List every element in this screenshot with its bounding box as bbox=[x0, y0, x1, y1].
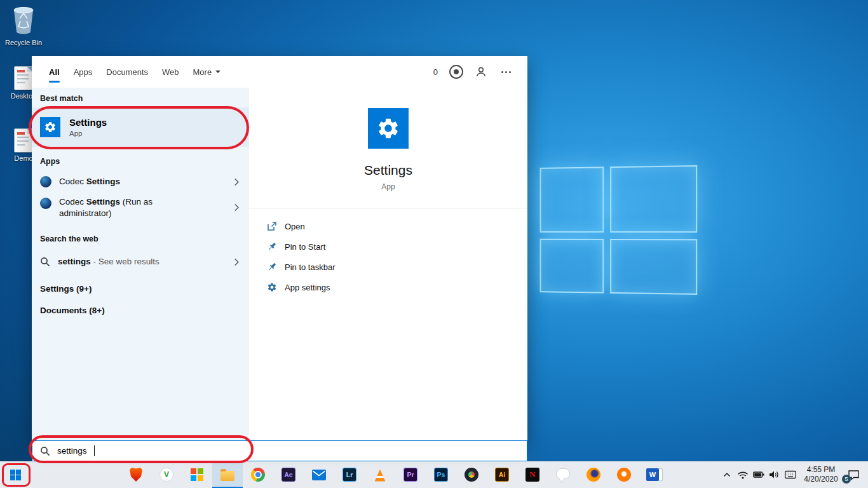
action-center-button[interactable]: 5 bbox=[844, 461, 863, 488]
tray-chevron-up-icon[interactable] bbox=[719, 461, 735, 488]
tab-more[interactable]: More bbox=[193, 56, 221, 88]
category-label: Documents (8+) bbox=[40, 306, 105, 315]
firefox-icon bbox=[587, 468, 600, 482]
result-codec-settings-admin[interactable]: Codec Settings (Run as administrator) bbox=[32, 193, 249, 222]
lightroom-icon: Lr bbox=[342, 468, 356, 482]
document-icon bbox=[14, 128, 33, 152]
search-preview-pane: Settings App Open bbox=[249, 88, 527, 440]
best-match-result-settings[interactable]: Settings App bbox=[32, 107, 249, 147]
v-app-icon: V bbox=[159, 468, 173, 482]
rewards-icon[interactable] bbox=[449, 65, 463, 79]
tray-volume-icon[interactable] bbox=[766, 461, 782, 488]
document-icon bbox=[14, 66, 33, 90]
result-web-settings[interactable]: settings - See web results bbox=[32, 250, 249, 273]
color-wheel-icon bbox=[465, 468, 478, 482]
system-tray: 4:55 PM 4/20/2020 5 bbox=[719, 461, 868, 488]
tab-all[interactable]: All bbox=[49, 56, 60, 88]
taskbar-clock[interactable]: 4:55 PM 4/20/2020 bbox=[798, 465, 844, 484]
clock-date: 4/20/2020 bbox=[798, 475, 844, 484]
wallpaper-windows-logo bbox=[540, 165, 698, 295]
action-label: Pin to Start bbox=[285, 242, 325, 252]
taskbar-app-v[interactable]: V bbox=[151, 461, 182, 488]
tray-battery-icon[interactable] bbox=[750, 461, 766, 488]
vlc-icon bbox=[374, 470, 386, 482]
notification-badge: 5 bbox=[842, 475, 851, 484]
wallpaper-logo-pane bbox=[610, 165, 697, 233]
codec-app-icon bbox=[40, 176, 51, 187]
taskbar-app-vlc[interactable] bbox=[365, 461, 395, 488]
chevron-right-icon[interactable] bbox=[234, 258, 241, 266]
tab-documents[interactable]: Documents bbox=[106, 56, 148, 88]
action-pin-to-start[interactable]: Pin to Start bbox=[267, 236, 527, 257]
user-account-icon[interactable] bbox=[475, 65, 487, 78]
search-tabbar: All Apps Documents Web More 0 bbox=[32, 56, 527, 88]
action-open[interactable]: Open bbox=[267, 216, 527, 236]
desktop-icon-recycle-bin[interactable]: Recycle Bin bbox=[5, 5, 42, 46]
clock-time: 4:55 PM bbox=[798, 465, 844, 475]
taskbar-app-microsoft-store[interactable] bbox=[182, 461, 212, 488]
orange-app-icon bbox=[617, 468, 631, 482]
tab-label: All bbox=[49, 67, 60, 77]
taskbar-app-premiere[interactable]: Pr bbox=[395, 461, 426, 488]
text-caret bbox=[94, 445, 95, 456]
chevron-right-icon[interactable] bbox=[234, 178, 241, 186]
tab-web[interactable]: Web bbox=[162, 56, 179, 88]
photoshop-icon: Ps bbox=[434, 468, 448, 482]
rewards-count: 0 bbox=[433, 67, 438, 77]
tray-keyboard-icon[interactable] bbox=[782, 461, 798, 488]
taskbar-app-netflix[interactable]: N bbox=[517, 461, 548, 488]
taskbar-app-chat[interactable] bbox=[548, 461, 578, 488]
wallpaper-logo-pane bbox=[540, 239, 604, 294]
windows-desktop: Recycle Bin Desktop Demo All Apps Docume… bbox=[0, 0, 868, 488]
search-input-value: settings bbox=[57, 446, 87, 456]
desktop-icon-label: Recycle Bin bbox=[5, 39, 42, 46]
search-results-pane: Best match Settings App Apps Codec Setti… bbox=[32, 88, 249, 440]
taskbar: V Ae Lr Pr Ps Ai N bbox=[0, 461, 868, 488]
search-input[interactable]: settings bbox=[32, 440, 527, 461]
gear-icon bbox=[267, 282, 277, 292]
taskbar-app-illustrator[interactable]: Ai bbox=[487, 461, 517, 488]
start-button[interactable] bbox=[0, 461, 31, 488]
preview-actions: Open Pin to Start bbox=[249, 208, 527, 297]
best-match-subtitle: App bbox=[69, 130, 107, 137]
search-icon bbox=[40, 446, 50, 456]
category-documents[interactable]: Documents (8+) bbox=[32, 300, 249, 320]
taskbar-app-word[interactable]: W bbox=[639, 461, 670, 488]
taskbar-app-chrome[interactable] bbox=[243, 461, 273, 488]
taskbar-app-orange[interactable] bbox=[609, 461, 639, 488]
tab-label: More bbox=[193, 67, 212, 77]
action-label: App settings bbox=[285, 283, 330, 292]
tab-apps[interactable]: Apps bbox=[74, 56, 93, 88]
search-icon bbox=[40, 257, 50, 267]
action-app-settings[interactable]: App settings bbox=[267, 277, 527, 297]
mail-icon bbox=[312, 470, 326, 480]
taskbar-app-color-wheel[interactable] bbox=[456, 461, 487, 488]
more-options-icon[interactable] bbox=[499, 69, 513, 76]
chrome-icon bbox=[251, 468, 265, 482]
chevron-right-icon[interactable] bbox=[234, 203, 241, 212]
taskbar-app-photoshop[interactable]: Ps bbox=[426, 461, 456, 488]
premiere-icon: Pr bbox=[403, 468, 417, 482]
pin-icon bbox=[267, 241, 277, 252]
result-text: Codec bbox=[59, 197, 86, 207]
best-match-title: Settings bbox=[69, 117, 107, 128]
wallpaper-logo-pane bbox=[540, 166, 604, 233]
best-match-header: Best match bbox=[32, 88, 249, 107]
preview-title: Settings bbox=[364, 163, 412, 178]
category-settings[interactable]: Settings (9+) bbox=[32, 278, 249, 299]
taskbar-app-firefox[interactable] bbox=[578, 461, 609, 488]
result-codec-settings[interactable]: Codec Settings bbox=[32, 170, 249, 193]
tray-wifi-icon[interactable] bbox=[735, 461, 750, 488]
after-effects-icon: Ae bbox=[281, 468, 295, 482]
taskbar-app-file-explorer[interactable] bbox=[212, 461, 243, 488]
taskbar-app-after-effects[interactable]: Ae bbox=[273, 461, 304, 488]
pin-icon bbox=[267, 262, 277, 272]
taskbar-app-brave[interactable] bbox=[121, 461, 151, 488]
result-text-match: settings bbox=[58, 257, 91, 266]
chevron-down-icon bbox=[215, 71, 220, 76]
taskbar-app-lightroom[interactable]: Lr bbox=[334, 461, 365, 488]
taskbar-app-mail[interactable] bbox=[304, 461, 334, 488]
tab-label: Web bbox=[162, 67, 179, 77]
codec-app-icon bbox=[40, 198, 51, 209]
action-pin-to-taskbar[interactable]: Pin to taskbar bbox=[267, 257, 527, 277]
